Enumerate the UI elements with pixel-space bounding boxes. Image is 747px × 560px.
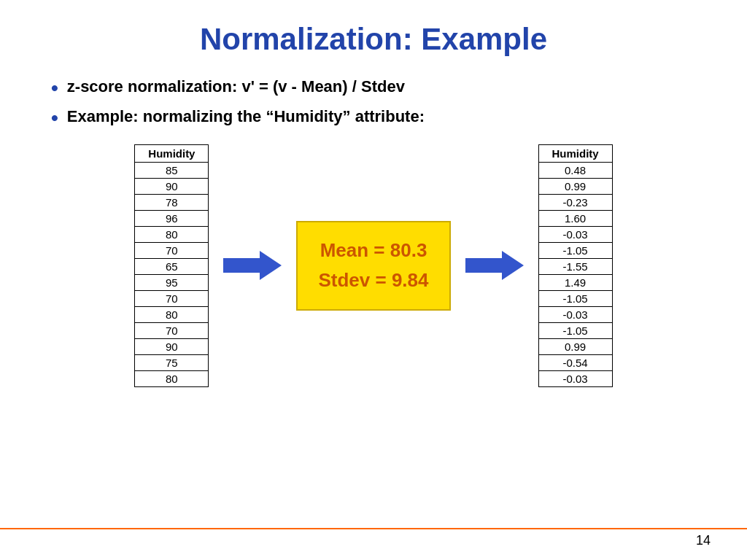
right-table-row: -1.05 (538, 322, 612, 338)
slide: Normalization: Example z-score normaliza… (0, 0, 747, 560)
right-table-header: Humidity (538, 144, 612, 162)
right-table-row: 0.99 (538, 338, 612, 354)
right-table-row: -0.03 (538, 306, 612, 322)
left-table-header: Humidity (135, 144, 209, 162)
left-table-row: 70 (135, 322, 209, 338)
right-table-row: -1.55 (538, 258, 612, 274)
bullet-list: z-score normalization: v' = (v - Mean) /… (51, 77, 711, 130)
left-table-row: 95 (135, 274, 209, 290)
bullet-2: Example: normalizing the “Humidity” attr… (51, 107, 711, 130)
left-table-row: 78 (135, 194, 209, 210)
right-table-row: -1.05 (538, 242, 612, 258)
bullet-1: z-score normalization: v' = (v - Mean) /… (51, 77, 711, 100)
right-table-row: -0.54 (538, 354, 612, 370)
right-table-row: -0.03 (538, 370, 612, 386)
page-number: 14 (696, 533, 711, 548)
right-table-row: -0.03 (538, 226, 612, 242)
left-table-row: 70 (135, 290, 209, 306)
left-humidity-table: Humidity 8590789680706595708070907580 (134, 144, 209, 387)
slide-title: Normalization: Example (36, 22, 711, 57)
stats-box: Mean = 80.3 Stdev = 9.84 (296, 221, 450, 311)
left-table-row: 90 (135, 178, 209, 194)
stats-line1: Mean = 80.3 (318, 236, 428, 266)
left-table-row: 65 (135, 258, 209, 274)
left-table-row: 90 (135, 338, 209, 354)
right-table-row: 1.60 (538, 210, 612, 226)
svg-marker-0 (223, 251, 282, 280)
main-content: Humidity 8590789680706595708070907580 Me… (36, 144, 711, 387)
left-table-row: 80 (135, 226, 209, 242)
left-table-row: 75 (135, 354, 209, 370)
left-table-row: 80 (135, 306, 209, 322)
right-table-row: -1.05 (538, 290, 612, 306)
arrow-left (223, 247, 282, 284)
right-table-row: 1.49 (538, 274, 612, 290)
left-table-row: 96 (135, 210, 209, 226)
right-table-row: 0.99 (538, 178, 612, 194)
right-humidity-table: Humidity 0.480.99-0.231.60-0.03-1.05-1.5… (538, 144, 613, 387)
left-table-row: 80 (135, 370, 209, 386)
right-table-row: 0.48 (538, 162, 612, 178)
left-table-row: 70 (135, 242, 209, 258)
svg-marker-1 (465, 251, 524, 280)
left-table-row: 85 (135, 162, 209, 178)
stats-line2: Stdev = 9.84 (318, 265, 428, 296)
bottom-line (0, 528, 747, 529)
right-table-row: -0.23 (538, 194, 612, 210)
arrow-right (465, 247, 524, 284)
